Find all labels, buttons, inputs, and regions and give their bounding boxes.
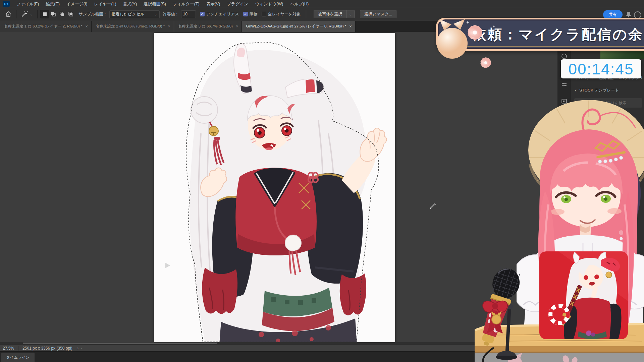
menu-plugins[interactable]: プラグイン bbox=[223, 0, 252, 8]
all-layers-checkbox[interactable] bbox=[262, 12, 266, 16]
stream-timer: 00:14:45 bbox=[561, 59, 641, 78]
document-tab-2[interactable]: 名称未設定 2 @ 60.6% (umi-2, RGB/8) * × bbox=[92, 21, 174, 32]
menu-edit[interactable]: 編集(E) bbox=[42, 0, 63, 8]
horizontal-scrollbar[interactable] bbox=[0, 342, 557, 345]
zoom-level-field[interactable]: 27.5% bbox=[3, 346, 14, 351]
chevron-down-icon: ⌄ bbox=[30, 12, 33, 16]
reference-art-panel bbox=[538, 251, 629, 340]
help-circle-icon[interactable] bbox=[560, 53, 568, 60]
magic-wand-cursor-icon bbox=[429, 201, 437, 209]
chevron-left-icon[interactable]: ‹ bbox=[81, 346, 83, 351]
tolerance-label: 許容値： bbox=[163, 11, 179, 17]
magic-wand-tool-icon[interactable]: ⌄ bbox=[19, 9, 35, 19]
photoshop-logo: Ps bbox=[3, 1, 10, 7]
menu-file[interactable]: ファイル(F) bbox=[13, 0, 42, 8]
document-tab-4-active[interactable]: GnWLZ-UbkAAS-GK.jpg @ 27.5% (レイヤー 0, RGB… bbox=[242, 21, 355, 32]
close-icon[interactable]: × bbox=[168, 24, 170, 29]
selection-mode-subtract[interactable] bbox=[58, 10, 66, 18]
timeline-tab[interactable]: タイムライン bbox=[1, 353, 35, 362]
scrollbar-thumb[interactable] bbox=[23, 343, 217, 344]
bell-icon[interactable] bbox=[625, 11, 632, 18]
select-subject-button[interactable]: 被写体を選択 bbox=[314, 10, 346, 18]
sample-range-select[interactable]: 指定したピクセル ⌄ bbox=[109, 10, 160, 18]
close-icon[interactable]: × bbox=[86, 24, 88, 29]
chevron-down-icon: ⌄ bbox=[154, 12, 157, 16]
menu-filter[interactable]: フィルター(T) bbox=[169, 0, 203, 8]
adjustments-sliders-icon[interactable] bbox=[560, 81, 568, 88]
contiguous-checkbox-row[interactable]: ✓ 隣接 bbox=[243, 11, 258, 17]
divider bbox=[18, 346, 18, 351]
menu-type[interactable]: 書式(Y) bbox=[120, 0, 141, 8]
sample-range-label: サンプル範囲： bbox=[78, 11, 107, 17]
menu-layer[interactable]: レイヤー(L) bbox=[91, 0, 120, 8]
document-dimensions: 2501 px x 3356 px (350 ppi) bbox=[22, 346, 72, 351]
home-icon[interactable] bbox=[3, 9, 13, 19]
all-layers-checkbox-row[interactable]: 全レイヤーを対象 bbox=[262, 11, 301, 17]
divider bbox=[16, 10, 16, 18]
menu-help[interactable]: ヘルプ(H) bbox=[286, 0, 312, 8]
divider bbox=[306, 10, 306, 18]
cat-and-sakura-decoration bbox=[428, 13, 505, 80]
contiguous-checkbox[interactable]: ✓ bbox=[243, 12, 248, 16]
microphone bbox=[476, 266, 528, 362]
artboard-image[interactable] bbox=[154, 33, 395, 344]
antialias-checkbox-row[interactable]: ✓ アンチエイリアス bbox=[200, 11, 239, 17]
tolerance-input[interactable] bbox=[181, 10, 196, 18]
selection-mode-add[interactable] bbox=[49, 10, 58, 18]
divider bbox=[37, 10, 38, 18]
selection-mode-intersect[interactable] bbox=[66, 10, 75, 18]
select-subject-dropdown[interactable]: ⌄ bbox=[346, 10, 355, 18]
document-tab-3[interactable]: 名称未設定 3 @ 66.7% (RGB/8) × bbox=[174, 21, 242, 32]
menu-view[interactable]: 表示(V) bbox=[203, 0, 224, 8]
select-and-mask-button[interactable]: 選択とマスク... bbox=[360, 10, 396, 18]
selection-mode-new[interactable] bbox=[40, 10, 49, 18]
close-icon[interactable]: × bbox=[236, 24, 238, 29]
chevron-right-icon[interactable]: › bbox=[77, 346, 78, 351]
menu-image[interactable]: イメージ(I) bbox=[63, 0, 91, 8]
document-tab-1[interactable]: 名称未設定 1 @ 63.2% (レイヤー 2, RGB/8) * × bbox=[0, 21, 92, 32]
timer-value: 00:14:45 bbox=[568, 60, 634, 78]
menu-bar: Ps ファイル(F) 編集(E) イメージ(I) レイヤー(L) 書式(Y) 選… bbox=[0, 0, 644, 8]
menu-window[interactable]: ウィンドウ(W) bbox=[252, 0, 286, 8]
menu-select[interactable]: 選択範囲(S) bbox=[140, 0, 169, 8]
stream-request-banner: 依頼：マイクラ配信の余 bbox=[436, 18, 644, 51]
close-icon[interactable]: × bbox=[349, 24, 352, 29]
sakura-flower-icon bbox=[466, 23, 492, 69]
ayame-illustration bbox=[154, 33, 395, 344]
antialias-checkbox[interactable]: ✓ bbox=[200, 12, 205, 16]
